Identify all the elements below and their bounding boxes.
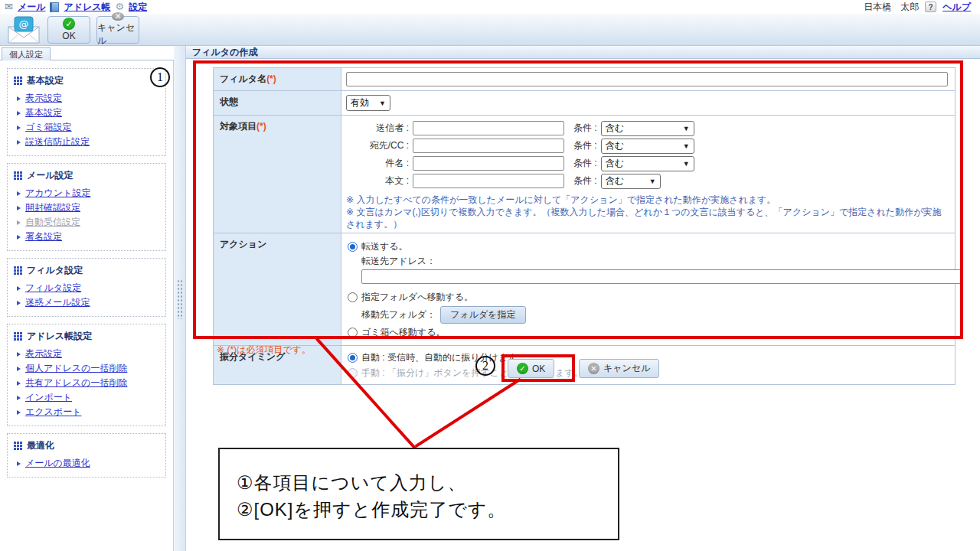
sidebar-splitter[interactable] — [174, 46, 186, 551]
sidebar-tab-row: 個人設定 — [0, 46, 174, 60]
grid-icon — [14, 442, 22, 450]
grid-icon — [14, 332, 22, 341]
arrow-icon — [17, 206, 21, 210]
sidebar-link[interactable]: メールの最適化 — [25, 457, 90, 470]
section-title: 基本設定 — [27, 74, 64, 87]
sidebar-link[interactable]: 開封確認設定 — [25, 201, 80, 214]
sidebar-item-auto-receive: 自動受信設定 — [14, 215, 159, 230]
arrow-icon — [17, 410, 21, 415]
toolbar: @ ✓ OK ✕ キャンセル — [0, 14, 980, 46]
arrow-icon — [17, 191, 21, 196]
mail-at-icon[interactable]: @ — [6, 15, 41, 44]
annotation-box-ok-button — [501, 354, 575, 382]
toolbar-cancel-label: キャンセル — [97, 21, 139, 47]
mail-icon: ✉ — [5, 2, 13, 11]
toolbar-ok-button[interactable]: ✓ OK — [47, 16, 90, 44]
sidebar-link[interactable]: 迷惑メール設定 — [25, 296, 90, 309]
toolbar-cancel-button[interactable]: ✕ キャンセル — [96, 16, 139, 44]
addressbook-icon — [50, 2, 59, 12]
section-title: フィルタ設定 — [27, 264, 83, 277]
arrow-icon — [17, 461, 21, 466]
sidebar-link-disabled: 自動受信設定 — [25, 216, 80, 229]
sidebar-item-import[interactable]: インポート — [14, 390, 159, 405]
help-icon[interactable]: ? — [925, 2, 936, 12]
sidebar-item-signature[interactable]: 署名設定 — [14, 230, 159, 244]
arrow-icon — [17, 140, 21, 145]
sidebar-item-filter-settings[interactable]: フィルタ設定 — [14, 281, 159, 295]
sidebar-link[interactable]: 署名設定 — [25, 230, 62, 243]
callout-line-2: ②[OK]を押すと作成完了です。 — [237, 496, 618, 523]
grid-icon — [14, 171, 22, 180]
current-user-name: 日本橋 太郎 — [864, 1, 919, 14]
sidebar-link[interactable]: インポート — [25, 391, 72, 404]
arrow-icon — [17, 381, 21, 386]
top-nav-bar: ✉ メール アドレス帳 ⚙ 設定 日本橋 太郎 ? ヘルプ — [0, 0, 980, 14]
nav-mail-link[interactable]: メール — [18, 1, 46, 14]
sidebar-section-addressbook: アドレス帳設定 表示設定 個人アドレスの一括削除 共有アドレスの一括削除 インポ… — [7, 324, 166, 426]
arrow-icon — [17, 126, 21, 130]
help-link[interactable]: ヘルプ — [942, 1, 971, 14]
arrow-icon — [17, 111, 21, 116]
annotation-line-right — [415, 378, 521, 448]
sidebar-link[interactable]: フィルタ設定 — [25, 282, 81, 295]
sidebar-link[interactable]: 共有アドレスの一括削除 — [25, 377, 127, 390]
sidebar-item-display-settings[interactable]: 表示設定 — [14, 91, 159, 106]
sidebar-link[interactable]: 個人アドレスの一括削除 — [25, 362, 127, 375]
arrow-icon — [17, 286, 21, 291]
sidebar-section-optimize: 最適化 メールの最適化 — [7, 433, 166, 478]
sidebar-item-missend-prevention[interactable]: 誤送信防止設定 — [14, 135, 159, 149]
step-2-marker: 2 — [475, 356, 495, 376]
grid-icon — [14, 266, 22, 275]
nav-settings-link[interactable]: 設定 — [129, 1, 147, 14]
callout-line-1: ①各項目について入力し、 — [237, 469, 618, 496]
sidebar-item-account-settings[interactable]: アカウント設定 — [14, 186, 159, 201]
arrow-icon — [17, 301, 21, 305]
sidebar-item-trash-settings[interactable]: ゴミ箱設定 — [14, 120, 159, 135]
sidebar-section-basic: 基本設定 表示設定 基本設定 ゴミ箱設定 誤送信防止設定 — [7, 68, 166, 156]
gear-icon: ⚙ — [116, 2, 125, 11]
step-1-marker: 1 — [150, 67, 170, 87]
arrow-icon — [17, 96, 21, 101]
sidebar-link[interactable]: エクスポート — [25, 406, 81, 419]
sidebar-link[interactable]: アカウント設定 — [25, 187, 90, 200]
section-title: アドレス帳設定 — [27, 330, 92, 343]
cancel-button[interactable]: ✕ キャンセル — [579, 359, 659, 378]
sidebar-item-spam-settings[interactable]: 迷惑メール設定 — [14, 295, 159, 310]
svg-text:@: @ — [19, 18, 29, 30]
cancel-button-label: キャンセル — [603, 362, 650, 375]
sidebar-link[interactable]: 誤送信防止設定 — [25, 135, 90, 148]
sidebar-item-basic-settings[interactable]: 基本設定 — [14, 106, 159, 120]
section-title: 最適化 — [27, 439, 54, 452]
radio-timing-auto[interactable] — [348, 353, 358, 363]
arrow-icon — [17, 367, 21, 371]
tab-personal-settings[interactable]: 個人設定 — [2, 47, 51, 60]
sidebar-section-mail: メール設定 アカウント設定 開封確認設定 自動受信設定 署名設定 — [7, 163, 166, 251]
section-title: メール設定 — [27, 169, 74, 182]
required-fields-note: ※ (*)は必須項目です。 — [217, 344, 311, 357]
sidebar-link[interactable]: 基本設定 — [25, 106, 62, 119]
settings-sidebar: 基本設定 表示設定 基本設定 ゴミ箱設定 誤送信防止設定 メール設定 アカウント… — [0, 60, 174, 551]
x-icon: ✕ — [112, 12, 124, 21]
nav-addressbook-link[interactable]: アドレス帳 — [64, 1, 110, 14]
sidebar-item-ab-display[interactable]: 表示設定 — [14, 347, 159, 361]
sidebar-link[interactable]: 表示設定 — [25, 347, 62, 360]
sidebar-item-shared-bulk-delete[interactable]: 共有アドレスの一括削除 — [14, 376, 159, 390]
instruction-callout: ①各項目について入力し、 ②[OK]を押すと作成完了です。 — [218, 448, 619, 540]
sidebar-item-read-receipt[interactable]: 開封確認設定 — [14, 201, 159, 215]
splitter-grip-icon — [177, 279, 183, 319]
arrow-icon — [17, 235, 21, 240]
check-icon: ✓ — [63, 18, 75, 30]
annotation-box-form — [193, 60, 963, 339]
sidebar-item-personal-bulk-delete[interactable]: 個人アドレスの一括削除 — [14, 361, 159, 376]
page-title-bar: フィルタの作成 — [186, 46, 980, 59]
arrow-icon — [17, 396, 21, 400]
sidebar-section-filter: フィルタ設定 フィルタ設定 迷惑メール設定 — [7, 258, 166, 317]
sidebar-link[interactable]: 表示設定 — [25, 92, 62, 105]
sidebar-item-export[interactable]: エクスポート — [14, 405, 159, 419]
x-icon: ✕ — [588, 363, 599, 374]
toolbar-ok-label: OK — [62, 31, 75, 41]
sidebar-item-mail-optimize[interactable]: メールの最適化 — [14, 456, 159, 471]
arrow-icon — [17, 220, 21, 225]
sidebar-link[interactable]: ゴミ箱設定 — [25, 121, 72, 134]
arrow-icon — [17, 352, 21, 357]
